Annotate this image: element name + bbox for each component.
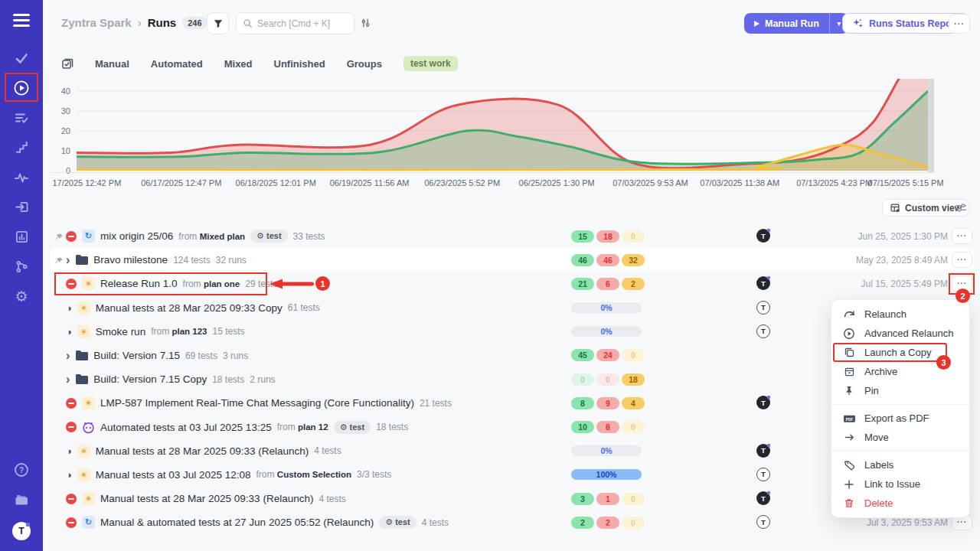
yellow-count-pill: 4 <box>622 397 645 409</box>
group-by-icon[interactable] <box>61 57 74 70</box>
play-icon <box>754 21 760 27</box>
table-row[interactable]: ✳Release Run 1.0from plan one29 tests216… <box>51 272 974 295</box>
branch-icon <box>15 259 29 274</box>
sidebar-item-reports[interactable] <box>0 222 43 252</box>
expand-chevron-icon[interactable]: › <box>66 254 70 266</box>
result-count-pills: 894 <box>571 397 645 409</box>
run-title[interactable]: Bravo milestone <box>93 254 168 266</box>
run-more-button[interactable]: ··· <box>952 228 972 244</box>
result-count-pills: 2162 <box>571 278 645 290</box>
search-settings-icon[interactable] <box>360 18 371 31</box>
sidebar-item-activity[interactable] <box>0 162 43 192</box>
in-progress-status-icon: ◑ <box>66 470 72 480</box>
assignee-avatar[interactable]: T <box>756 229 770 243</box>
tab-unfinished[interactable]: Unfinished <box>274 58 325 70</box>
menu-item-move[interactable]: Move <box>831 428 969 447</box>
sidebar-item-requirements[interactable] <box>0 192 43 222</box>
run-title[interactable]: Release Run 1.0 <box>100 278 178 289</box>
menu-item-relaunch[interactable]: Relaunch <box>831 305 969 324</box>
manual-run-button[interactable]: Manual Run <box>744 13 829 34</box>
x-tick: 07/13/2025 4:23 PM <box>796 178 872 187</box>
search-input[interactable] <box>257 18 345 29</box>
sidebar-item-milestones[interactable] <box>0 132 43 162</box>
run-title[interactable]: LMP-587 Implement Real-Time Chat Messagi… <box>100 397 414 409</box>
folder-icon <box>76 374 88 384</box>
filter-tag-test-work[interactable]: test work <box>403 56 458 71</box>
run-more-button[interactable]: ··· <box>952 276 972 292</box>
assignee-avatar[interactable]: T <box>756 301 770 315</box>
user-avatar[interactable]: T <box>12 522 31 540</box>
help-button[interactable]: ? <box>14 462 29 481</box>
header-more-button[interactable]: ··· <box>949 14 970 34</box>
run-title[interactable]: Automated tests at 03 Jul 2025 13:25 <box>100 422 272 433</box>
automated-run-icon <box>82 421 95 434</box>
assignee-avatar[interactable]: T <box>756 491 770 505</box>
run-tag[interactable]: test <box>250 230 287 243</box>
blocked-status-icon <box>66 231 77 242</box>
run-title[interactable]: mix origin 25/06 <box>100 230 173 242</box>
menu-item-pin[interactable]: Pin <box>831 381 969 400</box>
run-tests-count: 61 tests <box>288 302 320 313</box>
expand-chevron-icon[interactable]: › <box>66 350 70 362</box>
run-tag[interactable]: test <box>379 516 416 529</box>
yellow-count-pill: 0 <box>622 230 645 243</box>
manual-run-icon: ✳ <box>77 302 90 315</box>
sidebar-item-dashboard[interactable] <box>0 43 43 73</box>
tab-automated[interactable]: Automated <box>151 58 203 70</box>
list-settings-icon[interactable] <box>956 202 967 216</box>
pin-icon <box>54 233 64 242</box>
assignee-avatar[interactable]: T <box>756 324 770 338</box>
expand-chevron-icon[interactable]: › <box>66 373 70 386</box>
breadcrumb-project[interactable]: Zyntra Spark <box>61 16 132 29</box>
assignee-avatar[interactable]: T <box>756 444 770 458</box>
sidebar-item-test-cases[interactable] <box>0 103 43 132</box>
menu-item-delete[interactable]: Delete <box>831 494 969 513</box>
sidebar-item-settings[interactable]: ⚙ <box>0 282 43 311</box>
assignee-avatar[interactable]: T <box>756 276 770 290</box>
run-tag[interactable]: test <box>334 421 371 434</box>
assignee-avatar[interactable]: T <box>756 468 770 481</box>
manual-run-icon: ✳ <box>77 468 90 481</box>
run-title[interactable]: Manual tests at 28 Mar 2025 09:33 Copy <box>96 302 283 314</box>
menu-item-label: Labels <box>864 459 893 471</box>
svg-text:PDF: PDF <box>845 417 852 421</box>
tab-groups[interactable]: Groups <box>347 58 382 70</box>
run-title[interactable]: Smoke run <box>96 326 145 337</box>
table-row[interactable]: ↻mix origin 25/06from Mixed plantest33 t… <box>51 224 974 248</box>
menu-icon[interactable] <box>13 14 30 30</box>
menu-item-advanced-relaunch[interactable]: Advanced Relaunch <box>831 324 969 343</box>
green-count-pill: 0 <box>571 373 594 386</box>
table-row[interactable]: ›Bravo milestone124 tests32 runs464632Ma… <box>51 248 974 272</box>
menu-divider <box>831 404 969 405</box>
help-icon: ? <box>14 462 29 478</box>
run-title[interactable]: Manual & automated tests at 27 Jun 2025 … <box>100 517 374 528</box>
menu-item-labels[interactable]: Labels <box>831 455 969 474</box>
search-icon <box>243 18 253 28</box>
tab-mixed[interactable]: Mixed <box>224 58 253 70</box>
menu-item-launch-a-copy[interactable]: Launch a Copy3 <box>831 343 969 362</box>
menu-item-link-to-issue[interactable]: Link to Issue <box>831 474 969 494</box>
tab-manual[interactable]: Manual <box>95 58 129 70</box>
menu-item-export-as-pdf[interactable]: PDFExport as PDF <box>831 409 969 428</box>
green-count-pill: 46 <box>571 254 594 266</box>
breadcrumb-section: Runs <box>148 16 177 29</box>
filter-button[interactable] <box>207 12 229 34</box>
run-title[interactable]: Build: Version 7.15 Copy <box>93 373 207 385</box>
bar-chart-icon <box>15 230 29 244</box>
sidebar-item-traceability[interactable] <box>0 252 43 282</box>
blocked-status-icon <box>66 422 77 432</box>
run-more-button[interactable]: ··· <box>952 252 972 268</box>
red-count-pill: 9 <box>596 397 619 409</box>
run-title[interactable]: Build: Version 7.15 <box>93 350 180 361</box>
sidebar-item-runs[interactable] <box>0 73 43 103</box>
projects-button[interactable] <box>14 493 30 510</box>
blocked-status-icon <box>66 494 77 504</box>
run-title[interactable]: Manual tests at 28 Mar 2025 09:33 (Relau… <box>100 493 313 504</box>
chart-scrollbar[interactable] <box>928 79 934 172</box>
run-title[interactable]: Manual tests at 28 Mar 2025 09:33 (Relau… <box>96 445 309 457</box>
assignee-avatar[interactable]: T <box>756 515 770 529</box>
run-type-tabs: Manual Automated Mixed Unfinished Groups… <box>61 55 458 72</box>
run-title[interactable]: Manual tests at 03 Jul 2025 12:08 <box>96 469 251 481</box>
assignee-avatar[interactable]: T <box>756 396 770 409</box>
manual-run-icon: ✳ <box>82 396 95 409</box>
